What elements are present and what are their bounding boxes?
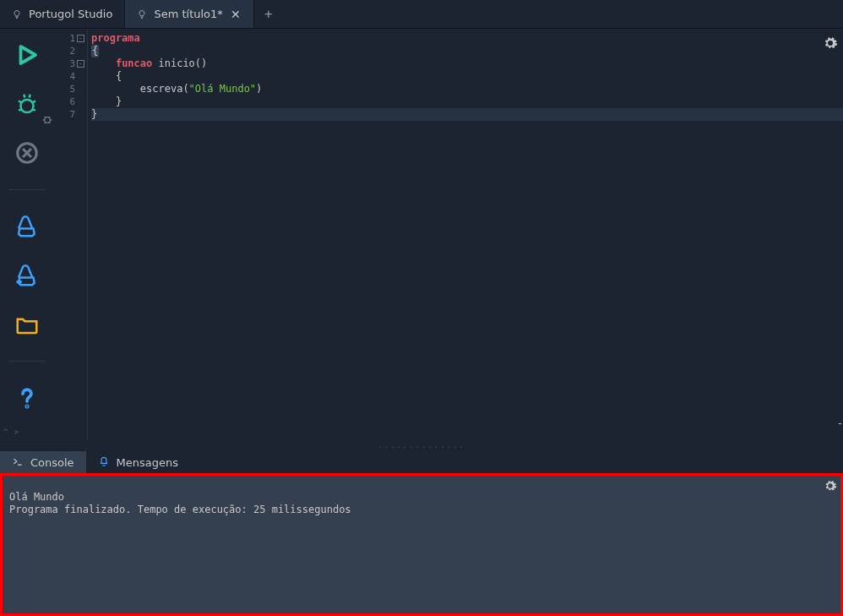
sidebar-chevrons: ^ > xyxy=(3,428,19,436)
sidebar-divider xyxy=(8,189,46,190)
open-button[interactable] xyxy=(12,312,42,337)
line-number: 4 xyxy=(69,71,75,82)
tab-home-label: Portugol Studio xyxy=(29,8,112,20)
terminal-icon xyxy=(12,455,24,470)
run-button[interactable] xyxy=(12,42,42,68)
lightbulb-icon xyxy=(12,9,22,19)
tab-file-label: Sem título1* xyxy=(154,8,222,20)
line-gutter: 1- 2 3- 4 5 6 7 xyxy=(54,29,88,439)
console-line: Programa finalizado. Tempo de execução: … xyxy=(9,504,351,515)
sidebar: ^ > xyxy=(0,29,54,439)
svg-point-2 xyxy=(45,117,51,123)
string-literal: "Olá Mundo" xyxy=(189,83,256,95)
line-number: 7 xyxy=(69,109,75,120)
resize-dots: .............. xyxy=(378,441,465,450)
resize-handle[interactable]: .............. xyxy=(0,439,843,451)
fn-call: escreva xyxy=(140,83,183,95)
tab-file-active[interactable]: Sem título1* ✕ xyxy=(125,0,253,28)
save-button[interactable] xyxy=(12,214,42,239)
identifier: inicio xyxy=(152,57,195,69)
line-number: 6 xyxy=(69,96,75,107)
stop-button[interactable] xyxy=(12,140,42,166)
close-icon[interactable]: ✕ xyxy=(230,8,242,20)
help-button[interactable] xyxy=(12,385,42,411)
bottom-tab-bar: Console Mensagens xyxy=(0,451,843,473)
fold-icon[interactable]: - xyxy=(77,35,84,42)
console-output[interactable]: Olá Mundo Programa finalizado. Tempo de … xyxy=(3,476,840,523)
indent xyxy=(91,95,116,107)
brace: } xyxy=(91,108,97,120)
brace: { xyxy=(116,70,122,82)
console-panel: Olá Mundo Programa finalizado. Tempo de … xyxy=(0,473,843,616)
indent xyxy=(91,83,140,95)
tab-home[interactable]: Portugol Studio xyxy=(0,0,125,28)
line-number: 1 xyxy=(69,33,75,44)
new-tab-button[interactable]: + xyxy=(254,0,283,28)
svg-point-1 xyxy=(26,406,27,406)
sidebar-divider xyxy=(8,361,46,362)
parens: () xyxy=(195,57,207,69)
gear-icon[interactable] xyxy=(824,479,837,493)
tab-console[interactable]: Console xyxy=(0,451,86,473)
gear-icon[interactable] xyxy=(823,35,838,51)
line-number: 2 xyxy=(69,46,75,57)
line-number: 3 xyxy=(69,58,75,69)
bell-icon xyxy=(98,455,110,470)
brace: { xyxy=(91,45,99,57)
debug-button[interactable] xyxy=(12,91,42,117)
indent xyxy=(91,57,116,69)
paren-open: ( xyxy=(182,83,188,95)
keyword: funcao xyxy=(116,57,152,69)
tab-strip: Portugol Studio Sem título1* ✕ + xyxy=(0,0,843,29)
brace: } xyxy=(116,95,122,107)
line-number: 5 xyxy=(69,84,75,95)
paren-close: ) xyxy=(256,83,262,95)
lightbulb-icon xyxy=(137,9,147,19)
tab-messages-label: Mensagens xyxy=(117,456,178,469)
save-as-button[interactable] xyxy=(12,263,42,288)
bug-small-icon xyxy=(41,113,54,127)
code-area[interactable]: programa { funcao inicio() { escreva("Ol… xyxy=(88,29,843,439)
main-area: ^ > 1- 2 3- 4 5 6 7 programa { funcao in… xyxy=(0,29,843,439)
tab-messages[interactable]: Mensagens xyxy=(86,451,190,473)
scroll-marker: - xyxy=(837,417,843,429)
code-editor[interactable]: 1- 2 3- 4 5 6 7 programa { funcao inicio… xyxy=(54,29,843,439)
keyword: programa xyxy=(91,32,140,44)
fold-icon[interactable]: - xyxy=(77,60,84,68)
console-line: Olá Mundo xyxy=(9,491,64,503)
indent xyxy=(91,70,116,82)
tab-console-label: Console xyxy=(30,456,74,469)
